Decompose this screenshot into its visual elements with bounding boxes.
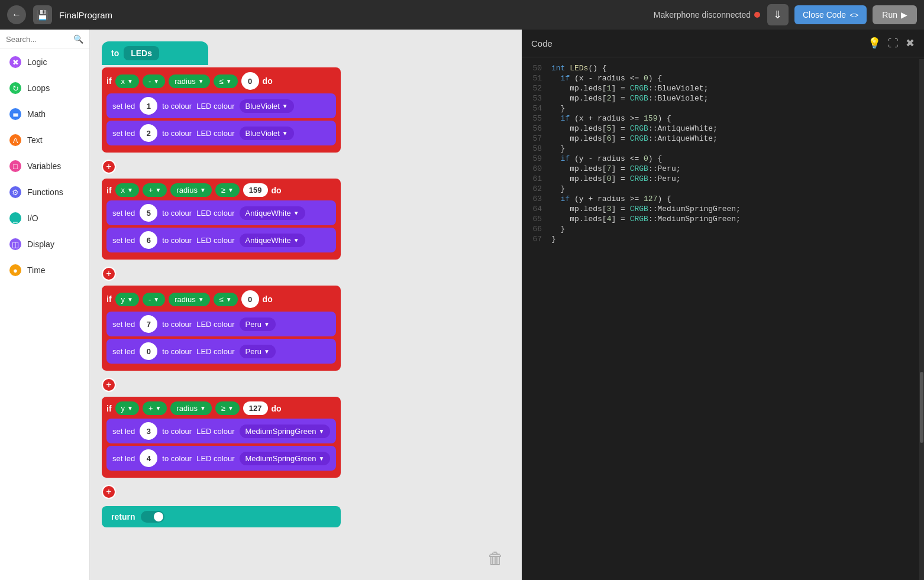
radius-pill-4[interactable]: radius ▼	[170, 401, 211, 415]
return-row: return	[102, 506, 341, 527]
colour-pill-4a[interactable]: MediumSpringGreen ▼	[240, 425, 331, 438]
run-play-icon: ▶	[901, 10, 907, 20]
val-badge-2: 159	[243, 183, 268, 197]
sidebar-item-math[interactable]: ≣ Math	[0, 101, 89, 127]
add-block-3[interactable]: +	[102, 378, 116, 392]
code-line: 53 mp.leds[2] = CRGB::BlueViolet;	[522, 93, 924, 103]
op-pill-minus1[interactable]: - ▼	[143, 74, 165, 88]
code-line: 65 mp.leds[4] = CRGB::MediumSpringGreen;	[522, 214, 924, 224]
search-icon: 🔍	[73, 34, 83, 44]
run-label: Run	[882, 10, 897, 20]
cmp-pill-3[interactable]: ≤ ▼	[214, 293, 238, 306]
sidebar-item-functions[interactable]: ⚙ Functions	[0, 179, 89, 205]
return-label: return	[111, 512, 135, 521]
chevron-icon: ▼	[156, 187, 161, 193]
sidebar-item-logic[interactable]: ✖ Logic	[0, 49, 89, 75]
return-toggle[interactable]	[141, 511, 164, 523]
chevron-icon: ▼	[226, 296, 232, 303]
close-code-button[interactable]: Close Code <>	[794, 5, 867, 24]
set-led-row-4b: set led 4 to colour LED colour MediumSpr…	[106, 446, 336, 471]
var-pill-x1[interactable]: x ▼	[115, 74, 139, 88]
colour-pill-2a[interactable]: AntiqueWhite ▼	[240, 206, 305, 220]
chevron-icon: ▼	[127, 296, 133, 303]
do-label-1: do	[263, 76, 273, 86]
if-label-2: if	[106, 186, 112, 195]
chevron-icon: ▼	[226, 78, 232, 85]
scrollbar-thumb[interactable]	[920, 372, 923, 443]
sidebar-item-loops[interactable]: ↻ Loops	[0, 75, 89, 101]
led-num-1a: 1	[140, 97, 157, 115]
var-pill-x2[interactable]: x ▼	[115, 183, 139, 197]
led-num-3a: 7	[140, 315, 157, 333]
search-input[interactable]	[6, 35, 70, 44]
colour-pill-1a[interactable]: BlueViolet ▼	[240, 99, 294, 113]
colour-pill-2b[interactable]: AntiqueWhite ▼	[240, 234, 305, 247]
code-line: 67 }	[522, 234, 924, 244]
colour-pill-3b[interactable]: Peru ▼	[240, 345, 276, 358]
code-panel: Code 💡 ⛶ ✖ 50 int LEDs() { 51 if (x - ra…	[522, 30, 924, 580]
chevron-icon: ▼	[293, 210, 299, 216]
code-line: 51 if (x - radius <= 0) {	[522, 73, 924, 83]
chevron-icon: ▼	[200, 187, 206, 193]
sidebar-item-time[interactable]: ● Time	[0, 257, 89, 283]
chevron-icon: ▼	[282, 103, 288, 109]
loops-icon: ↻	[9, 82, 21, 94]
back-button[interactable]: ←	[7, 5, 26, 24]
if-label-4: if	[106, 404, 112, 413]
cmp-pill-2[interactable]: ≥ ▼	[215, 183, 240, 197]
radius-pill-1[interactable]: radius ▼	[169, 74, 209, 88]
op-pill-plus4[interactable]: + ▼	[143, 401, 167, 415]
chevron-icon: ▼	[318, 428, 324, 435]
add-block-4[interactable]: +	[102, 485, 116, 499]
code-header-icons: 💡 ⛶ ✖	[868, 37, 915, 50]
if-label-1: if	[106, 76, 112, 86]
close-panel-icon[interactable]: ✖	[906, 37, 915, 50]
sidebar: 🔍 ✖ Logic ↻ Loops ≣ Math A Text □ Variab…	[0, 30, 90, 580]
colour-pill-4b[interactable]: MediumSpringGreen ▼	[240, 452, 331, 465]
var-pill-y4[interactable]: y ▼	[115, 401, 139, 415]
sidebar-item-io[interactable]: ⎯ I/O	[0, 205, 89, 231]
variables-icon: □	[9, 160, 21, 172]
chevron-icon: ▼	[127, 405, 133, 411]
chevron-icon: ▼	[153, 78, 159, 85]
sidebar-label-math: Math	[27, 109, 46, 119]
expand-icon[interactable]: ⛶	[888, 37, 899, 50]
set-led-row-1b: set led 2 to colour LED colour BlueViole…	[106, 121, 336, 145]
add-block-1[interactable]: +	[102, 160, 116, 174]
canvas-area[interactable]: to LEDs if x ▼ - ▼	[90, 30, 522, 580]
op-pill-minus3[interactable]: - ▼	[143, 293, 165, 306]
lightbulb-icon[interactable]: 💡	[868, 37, 881, 50]
if-row-2: if x ▼ + ▼ radius ▼ ≥ ▼	[106, 183, 336, 197]
trash-icon[interactable]: 🗑	[487, 549, 504, 568]
cmp-pill-1[interactable]: ≤ ▼	[214, 74, 238, 88]
chevron-icon: ▼	[156, 405, 161, 411]
download-button[interactable]: ⇓	[767, 4, 789, 25]
sidebar-label-time: Time	[27, 265, 46, 275]
colour-pill-1b[interactable]: BlueViolet ▼	[240, 127, 294, 140]
sidebar-item-display[interactable]: ◫ Display	[0, 231, 89, 257]
topbar: ← 💾 FinalProgram Makerphone disconnected…	[0, 0, 924, 30]
sidebar-item-text[interactable]: A Text	[0, 127, 89, 153]
code-line: 63 if (y + radius >= 127) {	[522, 194, 924, 204]
sidebar-label-display: Display	[27, 239, 54, 249]
chevron-icon: ▼	[264, 348, 270, 355]
colour-pill-3a[interactable]: Peru ▼	[240, 317, 276, 331]
if-row-3: if y ▼ - ▼ radius ▼ ≤ ▼	[106, 290, 336, 308]
op-pill-plus2[interactable]: + ▼	[143, 183, 167, 197]
sidebar-item-variables[interactable]: □ Variables	[0, 153, 89, 179]
code-content: 50 int LEDs() { 51 if (x - radius <= 0) …	[522, 57, 924, 580]
radius-pill-2[interactable]: radius ▼	[170, 183, 211, 197]
save-button[interactable]: 💾	[33, 5, 52, 24]
scrollbar-track[interactable]	[919, 59, 924, 580]
code-icon: <>	[849, 11, 858, 20]
radius-pill-3[interactable]: radius ▼	[169, 293, 209, 306]
chevron-icon: ▼	[153, 296, 159, 303]
var-pill-y3[interactable]: y ▼	[115, 293, 139, 306]
led-num-2b: 6	[140, 231, 157, 249]
add-block-2[interactable]: +	[102, 267, 116, 281]
run-button[interactable]: Run ▶	[873, 5, 917, 24]
time-icon: ●	[9, 264, 21, 276]
cmp-pill-4[interactable]: ≥ ▼	[215, 401, 240, 415]
led-num-3b: 0	[140, 342, 157, 360]
led-num-2a: 5	[140, 204, 157, 222]
